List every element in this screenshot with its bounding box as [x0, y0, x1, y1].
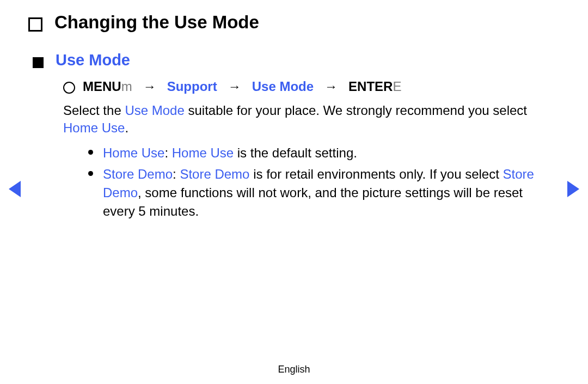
- prev-page-button[interactable]: [9, 181, 21, 197]
- arrow-text: →: [228, 79, 241, 94]
- list-item: Home Use: Home Use is the default settin…: [88, 144, 543, 162]
- body-text-blue: Home Use: [63, 120, 125, 135]
- square-solid-icon: [33, 57, 44, 68]
- list-item-text: Home Use: Home Use is the default settin…: [103, 144, 357, 162]
- page: Changing the Use Mode Use Mode MENUm → S…: [0, 0, 588, 384]
- section-heading-row: Use Mode: [33, 51, 560, 69]
- body-text-part: .: [125, 120, 128, 135]
- breadcrumb-support: Support: [167, 79, 217, 94]
- bullet-list: Home Use: Home Use is the default settin…: [88, 144, 543, 220]
- bullet-blue: Home Use: [103, 145, 164, 160]
- body-text-blue: Use Mode: [125, 103, 184, 118]
- circle-outline-icon: [63, 82, 75, 94]
- bullet-icon: [88, 171, 93, 176]
- bullet-blue: Store Demo: [180, 167, 249, 181]
- bullet-rest: , some functions will not work, and the …: [103, 185, 523, 218]
- enter-label-bold: ENTER: [348, 79, 393, 94]
- enter-label-thin: E: [393, 79, 401, 94]
- menu-label-bold: MENU: [83, 79, 121, 94]
- page-title: Changing the Use Mode: [54, 12, 259, 33]
- section-heading: Use Mode: [56, 51, 130, 69]
- bullet-blue: Store Demo: [103, 167, 173, 181]
- body-paragraph: Select the Use Mode suitable for your pl…: [63, 102, 554, 137]
- page-title-row: Changing the Use Mode: [28, 12, 560, 33]
- square-outline-icon: [28, 17, 42, 32]
- bullet-sep: :: [164, 145, 171, 160]
- menu-label-thin: m: [121, 79, 132, 94]
- bullet-rest: is for retail environments only. If you …: [249, 167, 503, 181]
- footer-language: English: [0, 364, 588, 375]
- list-item-text: Store Demo: Store Demo is for retail env…: [103, 165, 543, 220]
- bullet-rest: is the default setting.: [234, 145, 357, 160]
- body-text-part: Select the: [63, 103, 125, 118]
- menu-path: MENUm → Support → Use Mode → ENTERE: [83, 79, 401, 94]
- arrow-text: →: [324, 79, 338, 94]
- bullet-icon: [88, 150, 93, 155]
- arrow-text: →: [143, 79, 156, 94]
- list-item: Store Demo: Store Demo is for retail env…: [88, 165, 543, 220]
- bullet-blue: Home Use: [172, 145, 234, 160]
- body-text-part: suitable for your place. We strongly rec…: [185, 103, 527, 118]
- next-page-button[interactable]: [567, 181, 579, 197]
- bullet-sep: :: [173, 167, 180, 181]
- menu-path-row: MENUm → Support → Use Mode → ENTERE: [63, 79, 560, 94]
- breadcrumb-use-mode: Use Mode: [252, 79, 314, 94]
